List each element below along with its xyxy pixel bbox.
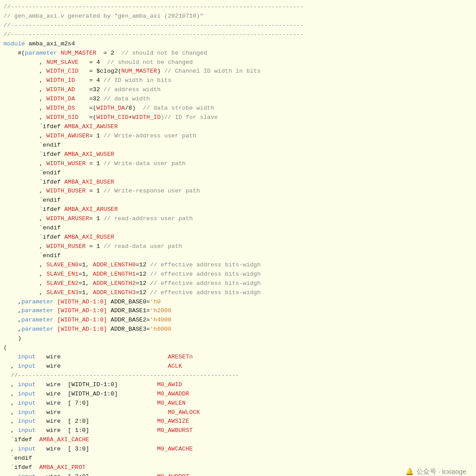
code-content: //--------------------------------------… (0, 2, 476, 476)
code-line: `endif (4, 251, 472, 261)
code-line: `ifdef AMBA_AXI_CACHE (4, 435, 472, 445)
code-line: , WIDTH_SID =(WIDTH_CID+WIDTH_ID)// ID f… (4, 113, 472, 122)
code-line: //--------------------------------------… (4, 371, 472, 380)
code-line: , SLAVE_EN1=1, ADDR_LENGTH1=12 // effect… (4, 270, 472, 279)
code-line: input wire ARESETn (4, 353, 472, 362)
code-line: , SLAVE_EN2=1, ADDR_LENGTH2=12 // effect… (4, 279, 472, 288)
code-line: , input wire [ 3:0] M0_AWCACHE (4, 445, 472, 454)
code-line: `ifdef AMBA_AXI_WUSER (4, 150, 472, 159)
code-line: , WIDTH_RUSER = 1 // read-data user path (4, 242, 472, 251)
code-line: `endif (4, 141, 472, 150)
code-line: , WIDTH_AWUSER= 1 // Write-address user … (4, 132, 472, 141)
watermark-icon: 🔔 (405, 466, 414, 476)
code-line: , input wire M0_AWLOCK (4, 408, 472, 417)
code-line: `ifdef AMBA_AXI_PROT (4, 463, 472, 472)
code-line: `endif (4, 454, 472, 463)
code-line: ) (4, 334, 472, 343)
code-line: `ifdef AMBA_AXI_BUSER (4, 178, 472, 187)
code-line: , SLAVE_EN0=1, ADDR_LENGTH0=12 // effect… (4, 261, 472, 270)
code-line: #(parameter NUM_MASTER = 2 // should not… (4, 49, 472, 58)
code-line: , WIDTH_BUSER = 1 // Write-response user… (4, 187, 472, 196)
code-line: `ifdef AMBA_AXI_ARUSER (4, 205, 472, 214)
code-line: , input wire [WIDTH_AD-1:0] M0_AWADDR (4, 390, 472, 399)
code-line: ,parameter [WIDTH_AD-1:0] ADDR_BASE1='h2… (4, 306, 472, 316)
code-line: //--------------------------------------… (4, 21, 472, 30)
code-line: , NUM_SLAVE = 4 // should not be changed (4, 58, 472, 67)
code-line: `endif (4, 169, 472, 178)
code-line: , input wire [ 2:0] M0_AWPROT (4, 472, 472, 476)
code-line: , input wire [ 1:0] M0_AWBURST (4, 426, 472, 435)
code-line: , input wire ACLK (4, 362, 472, 371)
code-line: , WIDTH_ARUSER= 1 // read-address user p… (4, 214, 472, 224)
code-line: `ifdef AMBA_AXI_RUSER (4, 233, 472, 242)
code-line: // gen_amba_axi.v generated by "gen_amba… (4, 12, 472, 21)
code-line: `endif (4, 224, 472, 233)
code-line: `ifdef AMBA_AXI_AWUSER (4, 122, 472, 132)
code-line: , WIDTH_DA =32 // data width (4, 95, 472, 104)
code-line: , input wire [WIDTH_ID-1:0] M0_AWID (4, 380, 472, 390)
code-line: ,parameter [WIDTH_AD-1:0] ADDR_BASE3='h6… (4, 325, 472, 334)
watermark: 🔔 公众号 · icxiaoge (405, 466, 466, 476)
code-line: , WIDTH_DS =(WIDTH_DA/8) // data strobe … (4, 104, 472, 113)
code-line: , WIDTH_WUSER = 1 // Write-data user pat… (4, 159, 472, 169)
code-line: ( (4, 343, 472, 353)
watermark-text: 公众号 · icxiaoge (416, 466, 466, 476)
code-line: `endif (4, 196, 472, 205)
code-line: , WIDTH_ID = 4 // ID width in bits (4, 76, 472, 85)
code-line: , SLAVE_EN3=1, ADDR_LENGTH3=12 // effect… (4, 288, 472, 298)
code-line: , input wire [ 2:0] M0_AWSIZE (4, 417, 472, 426)
code-line: ,parameter [WIDTH_AD-1:0] ADDR_BASE0='h0 (4, 298, 472, 307)
code-line: //--------------------------------------… (4, 3, 472, 12)
code-line: module amba_axi_m2s4 (4, 40, 472, 49)
code-line: , input wire [ 7:0] M0_AWLEN (4, 399, 472, 408)
code-line: , WIDTH_AD =32 // address width (4, 85, 472, 95)
code-line: ,parameter [WIDTH_AD-1:0] ADDR_BASE2='h4… (4, 316, 472, 325)
code-line: , WIDTH_CID = $clog2(NUM_MASTER) // Chan… (4, 67, 472, 76)
code-line: //--------------------------------------… (4, 30, 472, 40)
